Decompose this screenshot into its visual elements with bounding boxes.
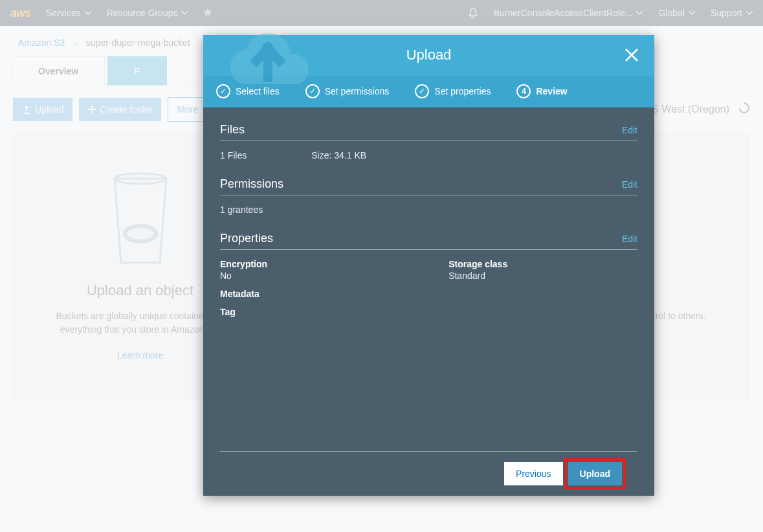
metadata-label: Metadata: [220, 289, 267, 299]
files-section: Files Edit 1 Files Size: 34.1 KB: [220, 123, 637, 161]
close-button[interactable]: [625, 48, 639, 65]
check-icon: [415, 84, 429, 98]
permissions-heading: Permissions: [220, 177, 283, 191]
files-edit-link[interactable]: Edit: [622, 125, 637, 135]
files-heading: Files: [220, 123, 245, 137]
cloud-upload-icon: [216, 32, 320, 104]
properties-heading: Properties: [220, 232, 273, 245]
modal-header: Upload Select files Set permissions Set …: [203, 35, 654, 107]
properties-edit-link[interactable]: Edit: [622, 234, 637, 244]
modal-body: Files Edit 1 Files Size: 34.1 KB Permiss…: [203, 107, 654, 451]
step-review[interactable]: 4 Review: [516, 84, 567, 98]
storage-class-label: Storage class: [448, 259, 507, 269]
files-size: Size: 34.1 KB: [311, 150, 366, 161]
grantees-count: 1 grantees: [220, 205, 263, 215]
modal-footer: Previous Upload: [220, 451, 637, 496]
permissions-section: Permissions Edit 1 grantees: [220, 177, 637, 215]
upload-submit-button[interactable]: Upload: [568, 462, 622, 485]
permissions-edit-link[interactable]: Edit: [622, 179, 637, 190]
upload-modal: Upload Select files Set permissions Set …: [203, 35, 654, 496]
previous-button[interactable]: Previous: [504, 462, 562, 485]
files-count: 1 Files: [220, 150, 247, 161]
close-icon: [625, 48, 639, 62]
encryption-value: No: [220, 271, 267, 281]
storage-class-value: Standard: [448, 271, 507, 281]
properties-section: Properties Edit Encryption No Metadata T…: [220, 232, 637, 325]
tag-label: Tag: [220, 307, 267, 317]
step-set-properties[interactable]: Set properties: [415, 84, 491, 98]
encryption-label: Encryption: [220, 259, 267, 269]
step-number: 4: [516, 84, 531, 98]
